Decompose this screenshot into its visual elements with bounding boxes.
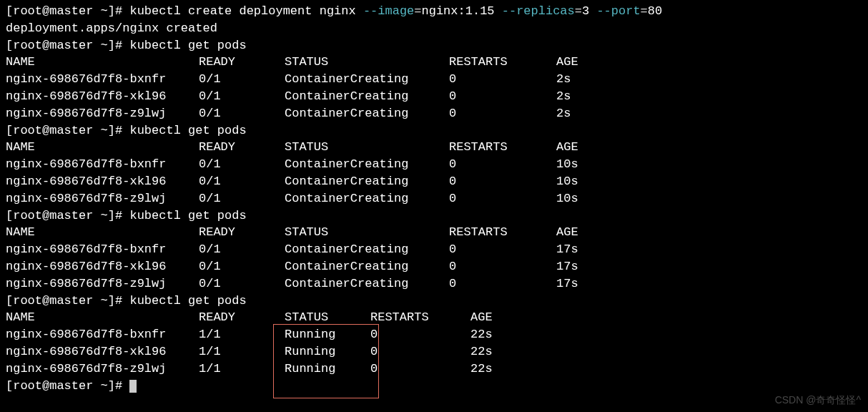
table-row: nginx-698676d7f8-xkl960/1ContainerCreati…: [6, 88, 862, 105]
terminal-line: [root@master ~]# kubectl get pods: [6, 122, 862, 139]
command-text: kubectl get pods: [129, 39, 246, 52]
col-ready: READY: [199, 54, 285, 71]
flag-replicas: --replicas: [502, 4, 575, 18]
table-header: NAME READY STATUS RESTARTS AGE: [6, 309, 862, 326]
table-row: nginx-698676d7f8-z9lwj1/1Running022s: [6, 360, 862, 378]
table-row: nginx-698676d7f8-bxnfr0/1ContainerCreati…: [6, 241, 862, 258]
col-restarts: RESTARTS: [449, 54, 556, 71]
flag-port: --port: [596, 4, 640, 18]
terminal-prompt-line[interactable]: [root@master ~]#: [6, 378, 862, 395]
terminal-line: [root@master ~]# kubectl get pods: [6, 37, 862, 54]
table-row: nginx-698676d7f8-z9lwj0/1ContainerCreati…: [6, 275, 862, 293]
terminal-line: [root@master ~]# kubectl get pods: [6, 207, 862, 225]
terminal-line: [root@master ~]# kubectl get pods: [6, 293, 862, 310]
table-header: NAME READY STATUS RESTARTS AGE: [6, 139, 862, 156]
output-line: deployment.apps/nginx created: [6, 20, 862, 37]
col-name: NAME: [6, 54, 199, 71]
prompt-bracket: [: [6, 4, 13, 18]
prompt-userhost: root@master ~: [13, 4, 108, 18]
cursor-icon: [129, 380, 137, 393]
table-row: nginx-698676d7f8-z9lwj0/1ContainerCreati…: [6, 105, 862, 122]
watermark-text: CSDN @奇奇怪怪^: [775, 393, 861, 408]
table-header: NAME READY STATUS RESTARTS AGE: [6, 224, 862, 241]
table-header: NAME READY STATUS RESTARTS AGE: [6, 54, 862, 71]
command-text: kubectl create deployment nginx: [129, 4, 363, 18]
table-row: nginx-698676d7f8-bxnfr0/1ContainerCreati…: [6, 156, 862, 173]
table-row: nginx-698676d7f8-bxnfr1/1Running022s: [6, 326, 862, 343]
terminal-line: [root@master ~]# kubectl create deployme…: [6, 3, 862, 20]
table-row: nginx-698676d7f8-z9lwj0/1ContainerCreati…: [6, 190, 862, 207]
table-row: nginx-698676d7f8-xkl960/1ContainerCreati…: [6, 173, 862, 190]
table-row: nginx-698676d7f8-bxnfr0/1ContainerCreati…: [6, 71, 862, 88]
col-status: STATUS: [285, 54, 449, 71]
flag-image: --image: [363, 4, 414, 18]
table-row: nginx-698676d7f8-xkl960/1ContainerCreati…: [6, 258, 862, 275]
col-age: AGE: [556, 54, 578, 71]
table-row: nginx-698676d7f8-xkl961/1Running022s: [6, 343, 862, 360]
